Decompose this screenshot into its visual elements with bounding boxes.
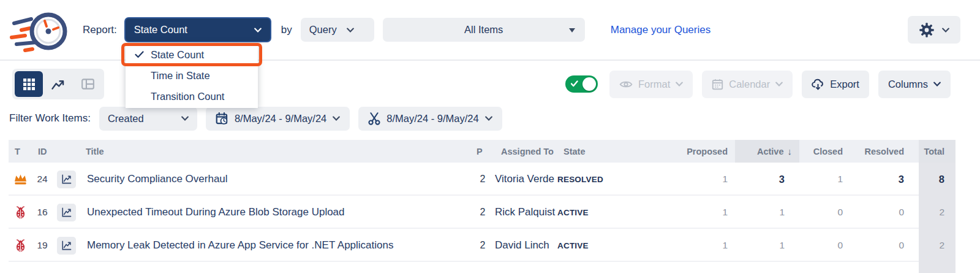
state-badge: ACTIVE [557,241,665,250]
check-icon [135,51,151,58]
total-count: 2 [919,196,956,229]
work-items-table: T ID Title P Assigned To State Proposed … [9,140,956,273]
report-type-menu: State Count Time in State Transition Cou… [126,43,258,108]
chevron-down-icon [775,82,783,87]
work-item-title[interactable]: Memory Leak Detected in Azure App Servic… [80,239,470,252]
mini-trend-chart-icon [61,240,72,251]
proposed-count: 1 [665,207,735,218]
col-header-p[interactable]: P [470,147,495,156]
menu-item-label: Time in State [151,70,210,82]
format-button[interactable]: Format [609,71,693,98]
scope-dropdown[interactable]: All Items [383,18,585,42]
columns-label: Columns [888,79,928,90]
export-button[interactable]: Export [802,71,869,98]
work-item-title[interactable]: Unexpected Timeout During Azure Blob Sto… [80,206,470,218]
col-header-closed[interactable]: Closed [799,147,858,156]
enabled-toggle[interactable] [565,75,598,93]
assigned-to-value: Vitoria Verde [495,173,557,185]
row-chart-cell [53,171,80,188]
filter-field-dropdown[interactable]: Created [99,107,197,131]
menu-item-time-in-state[interactable]: Time in State [126,65,258,86]
gear-icon [919,22,935,38]
view-switcher [12,69,104,99]
row-chart-cell [53,204,80,221]
chevron-down-icon [347,28,354,33]
created-date-range-button[interactable]: 8/May/24 - 9/May/24 [206,107,350,131]
board-view-button[interactable] [74,71,102,97]
group-by-dropdown[interactable]: Query [301,18,374,42]
scope-value: All Items [464,24,503,36]
mini-trend-chart-icon [61,174,72,185]
col-header-total[interactable]: Total [919,140,956,163]
epic-crown-icon [13,173,28,185]
grid-icon [23,79,35,90]
closed-count: 0 [799,240,858,251]
row-chart-button[interactable] [57,204,76,221]
table-header-row: T ID Title P Assigned To State Proposed … [9,140,956,163]
chevron-down-icon [676,82,683,87]
assigned-to-value: Rick Palquist [495,206,557,218]
resolved-count: 0 [858,240,919,251]
table-row[interactable]: 19 Memory Leak Detected in Azure App Ser… [9,229,956,262]
board-layout-icon [81,79,94,90]
columns-button[interactable]: Columns [878,71,951,98]
manage-queries-link[interactable]: Manage your Queries [611,24,710,36]
app-logo-stopwatch-icon [9,5,70,55]
total-column-band [919,262,956,273]
resolved-count: 0 [858,207,919,218]
report-type-value: State Count [134,24,254,36]
bug-icon [15,239,26,252]
chevron-down-icon [181,116,189,121]
settings-button[interactable] [908,16,960,44]
eye-icon [619,80,633,89]
filter-row: Filter Work Items: Created 8/May/24 - 9/… [0,106,980,131]
col-header-assigned-to[interactable]: Assigned To [495,147,557,156]
priority-value: 2 [470,240,495,251]
row-chart-button[interactable] [57,237,76,255]
app-root: Report: State Count by Query All Items M… [0,0,980,273]
table-row-partial [9,262,956,273]
created-date-range-value: 8/May/24 - 9/May/24 [235,113,326,125]
total-count: 2 [919,229,956,262]
row-chart-cell [53,237,80,255]
chart-view-button[interactable] [44,71,72,97]
col-header-id[interactable]: ID [32,147,53,156]
work-item-id: 19 [32,240,53,251]
menu-item-state-count[interactable]: State Count [126,44,258,65]
grid-view-button[interactable] [15,71,43,97]
filter-field-value: Created [108,113,144,125]
col-header-state[interactable]: State [557,147,665,156]
col-header-proposed[interactable]: Proposed [665,147,735,156]
proposed-count: 1 [665,240,735,251]
format-label: Format [638,79,670,90]
assigned-to-value: David Linch [495,239,557,252]
menu-item-label: State Count [151,49,204,61]
menu-item-transition-count[interactable]: Transition Count [126,86,258,107]
work-item-id: 24 [32,174,53,185]
active-count: 1 [735,207,799,218]
total-count: 8 [919,163,956,196]
by-label: by [281,24,292,36]
col-header-type[interactable]: T [9,147,32,156]
menu-item-label: Transition Count [151,91,224,102]
table-row[interactable]: 16 Unexpected Timeout During Azure Blob … [9,196,956,229]
closed-count: 0 [799,207,858,218]
calendar-button[interactable]: Calendar [702,71,793,98]
work-item-title[interactable]: Security Compliance Overhaul [80,173,470,185]
chevron-down-icon [933,82,941,87]
col-header-active-sorted[interactable]: Active ↓ [735,140,799,163]
state-badge: ACTIVE [557,208,665,217]
table-row[interactable]: 24 Security Compliance Overhaul 2 Vitori… [9,163,956,196]
col-header-active-label: Active [757,147,784,156]
triangle-down-icon [569,28,575,33]
chevron-down-icon [485,116,492,121]
row-chart-button[interactable] [57,171,76,188]
state-badge: RESOLVED [557,175,665,184]
check-icon [571,80,578,87]
col-header-title[interactable]: Title [80,147,470,156]
bug-icon [15,206,26,219]
completed-date-range-button[interactable]: 8/May/24 - 9/May/24 [358,107,502,131]
toolbar-right-tools: Format Calendar [565,71,951,98]
col-header-resolved[interactable]: Resolved [858,147,919,156]
report-type-dropdown[interactable]: State Count [124,17,271,42]
